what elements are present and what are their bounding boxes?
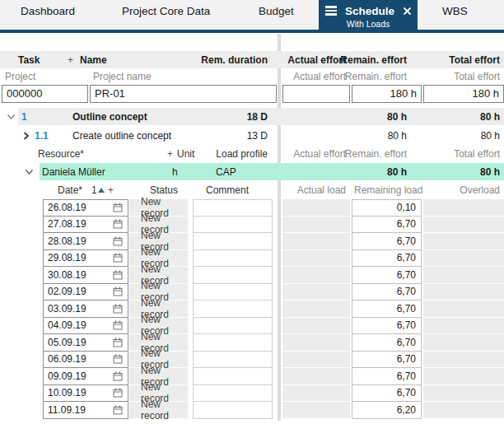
- date-field[interactable]: 29.08.19: [43, 250, 128, 268]
- date-field[interactable]: 03.09.19: [43, 301, 128, 318]
- calendar-icon[interactable]: [113, 405, 123, 415]
- calendar-icon[interactable]: [113, 236, 123, 246]
- date-field[interactable]: 04.09.19: [43, 318, 128, 335]
- add-column-button[interactable]: +: [108, 184, 114, 196]
- comment-field[interactable]: [193, 199, 273, 217]
- chevron-down-icon[interactable]: [7, 114, 16, 120]
- date-field[interactable]: 02.09.19: [43, 284, 128, 301]
- remaining-load-field[interactable]: 0,10: [352, 199, 422, 217]
- comment-field[interactable]: [193, 250, 273, 268]
- actual-load-cell: [282, 385, 350, 403]
- calendar-icon[interactable]: [113, 371, 123, 381]
- comment-field[interactable]: [193, 334, 273, 352]
- project-actual-effort-field[interactable]: [282, 85, 350, 103]
- remaining-load-field[interactable]: 6,70: [352, 368, 422, 385]
- load-row: 26.08.19 New record 0,10: [0, 199, 504, 217]
- tab-schedule-subtitle: With Loads: [319, 19, 418, 29]
- calendar-icon[interactable]: [113, 304, 123, 314]
- remaining-load-field[interactable]: 6,70: [352, 334, 422, 352]
- project-id-field[interactable]: 000000: [2, 85, 88, 103]
- calendar-icon[interactable]: [113, 203, 123, 212]
- date-field[interactable]: 28.08.19: [43, 233, 128, 250]
- comment-field[interactable]: [193, 368, 273, 385]
- comment-field[interactable]: [193, 233, 273, 250]
- comment-field[interactable]: [193, 318, 273, 335]
- task-rem-duration: 13 D: [247, 130, 268, 142]
- project-total-effort-field[interactable]: 180 h: [423, 85, 504, 103]
- remaining-load-field[interactable]: 6,20: [352, 402, 422, 419]
- calendar-icon[interactable]: [113, 320, 123, 330]
- calendar-icon[interactable]: [113, 354, 123, 364]
- actual-load-cell: [282, 334, 350, 352]
- comment-field[interactable]: [193, 267, 273, 284]
- add-column-button[interactable]: +: [167, 148, 173, 160]
- actual-load-column-header: Actual load: [297, 184, 346, 196]
- load-row: 06.09.19 New record 6,70: [0, 352, 504, 369]
- calendar-icon[interactable]: [113, 287, 123, 296]
- add-column-button[interactable]: +: [68, 54, 73, 66]
- date-value: 06.09.19: [48, 353, 86, 365]
- calendar-icon[interactable]: [113, 253, 123, 263]
- tab-schedule-active[interactable]: Schedule With Loads: [319, 0, 418, 30]
- resource-load-profile: CAP: [216, 166, 236, 178]
- actual-effort-subheader: Actual effort: [293, 148, 346, 160]
- remaining-load-field[interactable]: 6,70: [352, 284, 422, 301]
- sort-order-number[interactable]: 1: [91, 184, 97, 196]
- menu-icon[interactable]: [325, 4, 337, 17]
- calendar-icon[interactable]: [113, 388, 123, 398]
- comment-field[interactable]: [193, 402, 273, 419]
- remaining-load-field[interactable]: 6,70: [352, 301, 422, 318]
- resource-name[interactable]: Daniela Müller: [42, 166, 105, 178]
- task-column-header: Task: [18, 54, 40, 66]
- calendar-icon[interactable]: [113, 219, 123, 229]
- actual-load-cell: [282, 284, 350, 301]
- date-field[interactable]: 06.09.19: [43, 352, 128, 369]
- overload-cell: [423, 301, 504, 318]
- tab-dashboard[interactable]: Dashboard: [21, 5, 75, 17]
- overload-cell: [423, 368, 504, 385]
- project-remain-effort-field[interactable]: 180 h: [352, 85, 422, 103]
- date-field[interactable]: 27.08.19: [43, 217, 128, 234]
- actual-load-cell: [282, 402, 350, 419]
- tab-project-core-data[interactable]: Project Core Data: [122, 5, 210, 17]
- load-row: 03.09.19 New record 6,70: [0, 301, 504, 318]
- remaining-load-field[interactable]: 6,70: [352, 250, 422, 268]
- chevron-down-icon[interactable]: [25, 169, 34, 175]
- comment-field[interactable]: [193, 352, 273, 369]
- project-row: 000000 PR-01 180 h 180 h: [0, 85, 504, 103]
- tab-wbs[interactable]: WBS: [442, 5, 468, 17]
- date-value: 03.09.19: [48, 303, 86, 315]
- tab-budget[interactable]: Budget: [259, 5, 294, 17]
- remaining-load-field[interactable]: 6,70: [352, 233, 422, 250]
- remaining-load-field[interactable]: 6,70: [352, 352, 422, 369]
- overload-cell: [423, 217, 504, 234]
- sort-ascending-icon[interactable]: [98, 188, 105, 193]
- task-name[interactable]: Create outline concept: [72, 130, 171, 142]
- comment-field[interactable]: [193, 217, 273, 234]
- date-field[interactable]: 30.08.19: [43, 267, 128, 284]
- date-value: 30.08.19: [48, 269, 86, 281]
- calendar-icon[interactable]: [113, 270, 123, 280]
- chevron-right-icon[interactable]: [23, 131, 30, 140]
- project-name-field[interactable]: PR-01: [90, 85, 277, 103]
- resource-row[interactable]: Daniela Müller h CAP 80 h 80 h: [0, 163, 504, 180]
- task-id[interactable]: 1.1: [35, 130, 49, 142]
- comment-field[interactable]: [193, 385, 273, 403]
- remaining-load-field[interactable]: 6,70: [352, 267, 422, 284]
- remaining-load-field[interactable]: 6,70: [352, 217, 422, 234]
- remaining-load-field[interactable]: 6,70: [352, 318, 422, 335]
- date-field[interactable]: 10.09.19: [43, 385, 128, 403]
- comment-field[interactable]: [193, 301, 273, 318]
- calendar-icon[interactable]: [113, 338, 123, 347]
- date-field[interactable]: 09.09.19: [43, 368, 128, 385]
- close-icon[interactable]: [403, 7, 412, 16]
- task-name[interactable]: Outline concept: [72, 111, 147, 123]
- comment-field[interactable]: [193, 284, 273, 301]
- load-row: 10.09.19 New record 6,70: [0, 385, 504, 403]
- task-id[interactable]: 1: [21, 111, 27, 123]
- date-field[interactable]: 11.09.19: [43, 402, 128, 419]
- date-field[interactable]: 26.08.19: [43, 199, 128, 217]
- date-field[interactable]: 05.09.19: [43, 334, 128, 352]
- remaining-load-field[interactable]: 6,70: [352, 385, 422, 403]
- overload-cell: [423, 352, 504, 369]
